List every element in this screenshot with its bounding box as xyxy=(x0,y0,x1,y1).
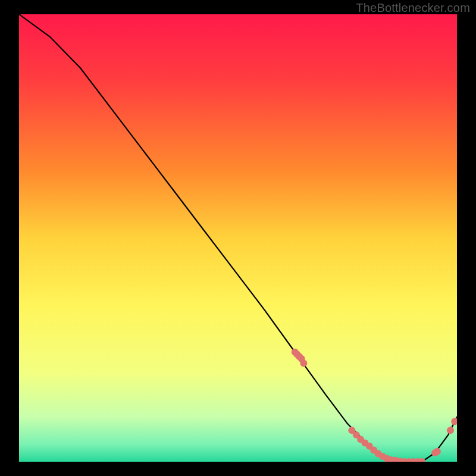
data-point xyxy=(300,360,307,367)
data-point xyxy=(451,418,458,425)
bottleneck-chart xyxy=(0,0,476,476)
gradient-background xyxy=(19,14,457,462)
data-point xyxy=(418,458,425,465)
chart-container: TheBottlenecker.com xyxy=(0,0,476,476)
data-point xyxy=(447,427,454,434)
data-point xyxy=(434,448,441,455)
attribution-text: TheBottlenecker.com xyxy=(356,1,470,15)
